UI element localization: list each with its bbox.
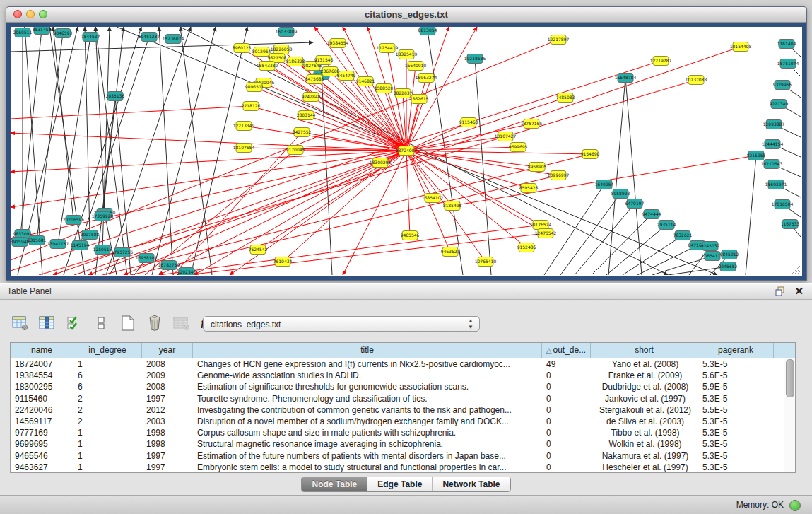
graph-node[interactable]: 16958107: [136, 254, 158, 263]
cell-pagerank[interactable]: 5.5E-5: [698, 404, 774, 416]
cell-out_de[interactable]: 0: [542, 393, 591, 404]
cell-name[interactable]: 9777169: [11, 427, 73, 438]
column-header-title[interactable]: title: [193, 343, 542, 358]
network-canvas[interactable]: 2060511853145790465937544537104512371523…: [11, 27, 802, 276]
table-row[interactable]: 1938455462009Genome-wide association stu…: [11, 370, 795, 381]
cell-short[interactable]: Franke et al. (2009): [591, 370, 698, 381]
cell-out_de[interactable]: 0: [542, 462, 591, 473]
citation-edge-red[interactable]: [406, 151, 529, 188]
graph-node[interactable]: 7544537: [81, 33, 100, 42]
cell-name[interactable]: 9115460: [11, 393, 73, 404]
graph-node[interactable]: 12444154: [762, 140, 784, 149]
graph-node[interactable]: 10176574: [530, 221, 552, 230]
graph-node[interactable]: 9465546: [401, 231, 420, 240]
cell-out_de[interactable]: 0: [542, 438, 591, 450]
graph-node[interactable]: 6479197: [625, 199, 645, 209]
graph-node[interactable]: 1167533: [781, 220, 800, 229]
graph-node[interactable]: 12217897: [548, 35, 570, 45]
graph-node[interactable]: 9245032: [701, 242, 720, 251]
cell-name[interactable]: 19384554: [11, 370, 73, 381]
tab-node-table[interactable]: Node Table: [302, 477, 367, 491]
graph-node[interactable]: 2935114: [657, 221, 676, 230]
graph-node[interactable]: 9242848: [302, 93, 321, 102]
cell-short[interactable]: Nakamura et al. (1997): [591, 450, 698, 462]
graph-node[interactable]: 9463627: [441, 247, 460, 257]
cell-title[interactable]: Corpus callosum shape and size in male p…: [193, 427, 542, 438]
cell-name[interactable]: 9463627: [11, 462, 73, 473]
graph-node[interactable]: 8813054: [418, 27, 437, 35]
graph-node[interactable]: 8454749: [337, 71, 356, 81]
table-selector-combobox[interactable]: citations_edges.txt ▲▼: [203, 316, 480, 332]
graph-node[interactable]: 1588520: [375, 84, 394, 93]
graph-node[interactable]: 1362615: [410, 95, 429, 104]
table-row[interactable]: 1872400712008Changes of HCN gene express…: [11, 358, 795, 370]
cell-name[interactable]: 9465546: [11, 450, 73, 462]
close-window-icon[interactable]: [13, 10, 22, 18]
scrollbar-thumb[interactable]: [786, 359, 794, 397]
cell-in_degree[interactable]: 6: [73, 370, 142, 381]
cell-in_degree[interactable]: 2: [73, 393, 142, 404]
citation-edge-black[interactable]: [428, 30, 463, 275]
citation-edge-black[interactable]: [608, 78, 625, 275]
float-panel-icon[interactable]: [775, 286, 785, 296]
graph-node[interactable]: 17016504: [772, 200, 794, 209]
graph-node[interactable]: 18226058: [271, 45, 293, 54]
graph-node[interactable]: 12213349: [233, 122, 255, 131]
cell-year[interactable]: 1998: [142, 438, 193, 450]
cell-year[interactable]: 2008: [142, 381, 193, 392]
graph-node[interactable]: 1292346: [177, 268, 196, 276]
cell-name[interactable]: 9699695: [11, 438, 73, 450]
cell-pagerank[interactable]: 5.3E-5: [698, 450, 774, 462]
graph-node[interactable]: 19218586: [464, 54, 486, 64]
cell-year[interactable]: 2003: [142, 416, 193, 427]
cell-year[interactable]: 1997: [142, 393, 193, 404]
cell-year[interactable]: 2008: [142, 358, 193, 370]
table-row[interactable]: 946362711997Embryonic stem cells: a mode…: [11, 462, 795, 473]
graph-node[interactable]: 18107554: [233, 144, 255, 153]
graph-node[interactable]: 2035136: [106, 92, 125, 101]
cell-in_degree[interactable]: 1: [73, 450, 142, 462]
citation-edge-black[interactable]: [106, 27, 191, 275]
citation-edge-red[interactable]: [251, 106, 406, 151]
cell-pagerank[interactable]: 5.3E-5: [698, 462, 774, 473]
cell-short[interactable]: Hescheler et al. (1997): [591, 462, 698, 473]
citation-edge-red[interactable]: [11, 106, 251, 119]
column-header-short[interactable]: short: [591, 343, 698, 358]
graph-node[interactable]: 8215955: [747, 151, 766, 160]
graph-node[interactable]: 20206596: [63, 216, 85, 225]
graph-node[interactable]: 2718126: [242, 102, 261, 111]
graph-node[interactable]: 12219787: [650, 57, 672, 66]
new-table-icon[interactable]: [119, 314, 137, 332]
network-window-titlebar[interactable]: citations_edges.txt: [6, 7, 806, 23]
graph-node[interactable]: 17359928: [92, 212, 114, 221]
graph-node[interactable]: 9699695: [509, 143, 528, 152]
cell-short[interactable]: Yano et al. (2008): [591, 358, 698, 370]
cell-in_degree[interactable]: 1: [73, 358, 142, 370]
citation-edge-red[interactable]: [11, 151, 406, 172]
cell-in_degree[interactable]: 2: [73, 416, 142, 427]
select-columns-icon[interactable]: [65, 314, 83, 332]
column-header-in_degree[interactable]: in_degree: [73, 343, 142, 358]
graph-node[interactable]: 3915948: [11, 238, 30, 247]
table-row[interactable]: 911546021997Tourette syndrome. Phenomeno…: [11, 393, 795, 404]
cell-year[interactable]: 2009: [142, 370, 193, 381]
graph-node[interactable]: 18300295: [370, 158, 392, 168]
graph-node[interactable]: 17957255: [112, 248, 134, 257]
cell-title[interactable]: Investigating the contribution of common…: [193, 404, 542, 416]
graph-node[interactable]: 16640910: [405, 62, 427, 71]
graph-node[interactable]: 11254419: [377, 44, 399, 53]
graph-node[interactable]: 9896501: [245, 83, 264, 92]
graph-node[interactable]: 8960123: [233, 44, 252, 53]
table-row[interactable]: 2242004622012Investigating the contribut…: [11, 404, 795, 416]
graph-node[interactable]: 18757165: [521, 119, 543, 129]
tab-edge-table[interactable]: Edge Table: [367, 477, 432, 491]
citation-edge-red[interactable]: [159, 225, 541, 275]
graph-node[interactable]: 9170045: [286, 146, 305, 155]
cell-pagerank[interactable]: 5.3E-5: [698, 427, 774, 438]
cell-pagerank[interactable]: 5.3E-5: [698, 393, 774, 404]
graph-node[interactable]: 9097588: [81, 230, 100, 240]
cell-name[interactable]: 14569117: [11, 416, 73, 427]
graph-node[interactable]: 8531457: [33, 27, 52, 35]
graph-node[interactable]: 1161404: [777, 40, 796, 49]
cell-short[interactable]: Dudbridge et al. (2008): [591, 381, 698, 392]
